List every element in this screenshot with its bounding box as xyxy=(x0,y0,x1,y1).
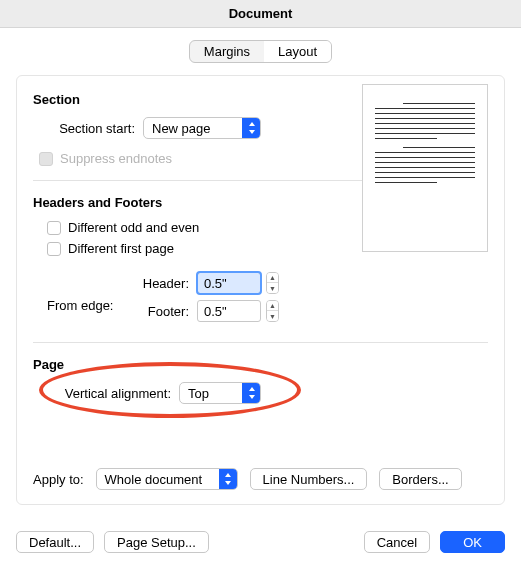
tab-segment: Margins Layout xyxy=(189,40,332,63)
apply-row: Apply to: Whole document Line Numbers...… xyxy=(33,468,488,490)
ok-button[interactable]: OK xyxy=(440,531,505,553)
tab-margins[interactable]: Margins xyxy=(190,41,264,62)
valign-dropdown[interactable]: Top xyxy=(179,382,261,404)
apply-to-value: Whole document xyxy=(97,472,219,487)
suppress-endnotes-label: Suppress endnotes xyxy=(60,151,172,166)
footer-input[interactable] xyxy=(197,300,261,322)
divider-2 xyxy=(33,342,488,343)
dialog-footer: Default... Page Setup... Cancel OK xyxy=(0,519,521,565)
suppress-endnotes-checkbox xyxy=(39,152,53,166)
diff-first-page-checkbox[interactable] xyxy=(47,242,61,256)
line-numbers-button[interactable]: Line Numbers... xyxy=(250,468,368,490)
chevron-down-icon[interactable]: ▼ xyxy=(267,311,278,321)
footer-stepper[interactable]: ▲ ▼ xyxy=(266,300,279,322)
updown-icon xyxy=(242,117,260,139)
section-start-dropdown[interactable]: New page xyxy=(143,117,261,139)
updown-icon xyxy=(219,468,237,490)
valign-value: Top xyxy=(180,386,242,401)
chevron-up-icon[interactable]: ▲ xyxy=(267,301,278,311)
chevron-up-icon[interactable]: ▲ xyxy=(267,273,278,283)
from-edge-label: From edge: xyxy=(47,298,113,313)
apply-to-label: Apply to: xyxy=(33,472,84,487)
page-setup-button[interactable]: Page Setup... xyxy=(104,531,209,553)
header-input[interactable] xyxy=(197,272,261,294)
dialog-title: Document xyxy=(229,6,293,21)
dialog-titlebar: Document xyxy=(0,0,521,28)
footer-label: Footer: xyxy=(133,304,189,319)
page-heading: Page xyxy=(33,357,488,372)
header-stepper-wrap: ▲ ▼ xyxy=(197,272,279,294)
borders-button[interactable]: Borders... xyxy=(379,468,461,490)
valign-label: Vertical alignment: xyxy=(45,386,171,401)
dialog-content: Margins Layout Section Section start: Ne… xyxy=(0,28,521,565)
diff-first-page-label: Different first page xyxy=(68,241,174,256)
footer-stepper-wrap: ▲ ▼ xyxy=(197,300,279,322)
tab-layout[interactable]: Layout xyxy=(264,41,331,62)
tab-bar: Margins Layout xyxy=(16,40,505,63)
header-stepper[interactable]: ▲ ▼ xyxy=(266,272,279,294)
apply-to-dropdown[interactable]: Whole document xyxy=(96,468,238,490)
section-start-value: New page xyxy=(144,121,242,136)
updown-icon xyxy=(242,382,260,404)
section-start-label: Section start: xyxy=(45,121,135,136)
page-preview xyxy=(362,84,488,252)
chevron-down-icon[interactable]: ▼ xyxy=(267,283,278,293)
default-button[interactable]: Default... xyxy=(16,531,94,553)
layout-panel: Section Section start: New page Suppress… xyxy=(16,75,505,505)
header-label: Header: xyxy=(133,276,189,291)
diff-odd-even-checkbox[interactable] xyxy=(47,221,61,235)
diff-odd-even-label: Different odd and even xyxy=(68,220,199,235)
cancel-button[interactable]: Cancel xyxy=(364,531,430,553)
